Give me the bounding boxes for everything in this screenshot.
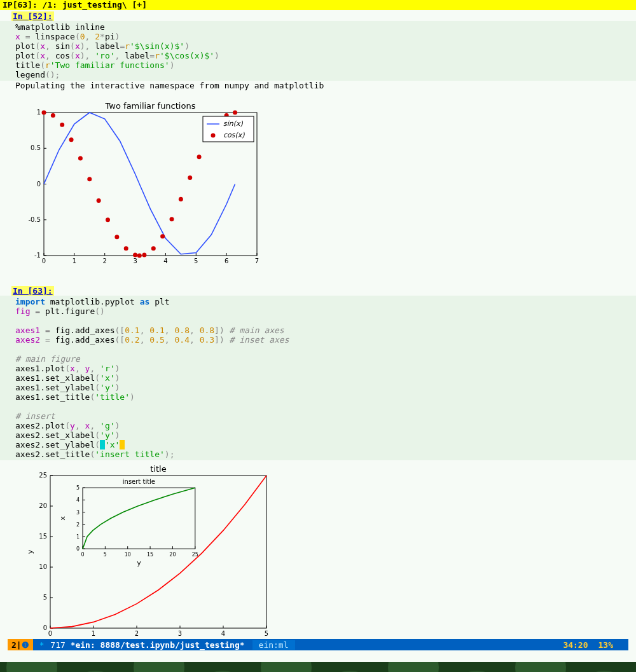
window-titlebar: IP[63]: /1: just_testing\ [+] <box>0 0 636 10</box>
cell-52-code[interactable]: %matplotlib inline x = linspace(0, 2*pi)… <box>0 21 636 81</box>
svg-text:0: 0 <box>37 181 41 188</box>
svg-point-50 <box>233 111 237 115</box>
cell-prompt-63: In [63]: <box>11 286 54 296</box>
svg-text:1: 1 <box>37 109 41 116</box>
svg-text:y: y <box>26 549 34 554</box>
statusbar-scroll-pct: 13% <box>595 640 617 650</box>
svg-text:3: 3 <box>133 257 137 264</box>
svg-text:0: 0 <box>81 552 84 558</box>
svg-text:-1: -1 <box>34 252 41 259</box>
svg-text:3: 3 <box>76 510 80 516</box>
svg-text:0: 0 <box>48 630 52 637</box>
svg-text:10: 10 <box>39 563 47 570</box>
svg-point-37 <box>124 246 128 250</box>
svg-text:5: 5 <box>43 594 47 601</box>
svg-text:5: 5 <box>104 552 107 558</box>
chart-two-familiar-functions: 01234567-1-0.500.51Two familiar function… <box>0 93 636 286</box>
statusbar: 2|❶ * 717 *ein: 8888/test.ipynb/just_tes… <box>8 639 628 650</box>
svg-text:25: 25 <box>192 552 198 558</box>
statusbar-buffer-name: *ein: 8888/test.ipynb/just_testing* <box>71 640 245 650</box>
svg-rect-84 <box>81 479 197 558</box>
svg-point-31 <box>69 137 74 142</box>
svg-text:title: title <box>150 464 166 474</box>
svg-text:cos(x): cos(x) <box>223 131 245 139</box>
svg-text:5: 5 <box>76 485 80 491</box>
statusbar-cursor-pos: 34:20 <box>556 640 594 650</box>
svg-point-41 <box>151 246 156 250</box>
svg-point-44 <box>179 197 183 202</box>
svg-text:6: 6 <box>225 257 228 264</box>
statusbar-indicator: 2|❶ <box>8 639 33 650</box>
svg-point-45 <box>188 175 192 180</box>
svg-point-39 <box>137 254 142 258</box>
svg-text:2: 2 <box>103 257 107 264</box>
svg-text:10: 10 <box>125 552 131 558</box>
svg-point-34 <box>97 198 101 203</box>
svg-text:5: 5 <box>265 630 268 637</box>
svg-text:insert title: insert title <box>123 478 155 485</box>
svg-point-46 <box>197 154 202 159</box>
svg-text:20: 20 <box>39 502 47 509</box>
svg-text:1: 1 <box>73 257 76 264</box>
cell-prompt-52: In [52]: <box>11 11 54 21</box>
svg-text:2: 2 <box>76 522 80 528</box>
svg-point-54 <box>211 134 216 138</box>
svg-text:0: 0 <box>76 546 80 552</box>
svg-text:4: 4 <box>221 630 225 637</box>
svg-text:1: 1 <box>76 534 80 540</box>
svg-point-38 <box>133 252 137 257</box>
svg-text:-0.5: -0.5 <box>28 216 41 223</box>
chart-title-with-inset: 0123450510152025titlexy0510152025012345i… <box>0 460 636 662</box>
svg-point-29 <box>51 113 55 118</box>
cell-63-code[interactable]: import matplotlib.pyplot as plt fig = pl… <box>0 296 636 460</box>
svg-text:x: x <box>59 516 67 520</box>
svg-point-35 <box>106 217 110 222</box>
svg-text:20: 20 <box>169 552 176 558</box>
svg-text:15: 15 <box>39 533 47 540</box>
svg-point-40 <box>142 252 146 257</box>
svg-text:4: 4 <box>76 497 80 503</box>
cell-52-output-text: Populating the interactive namespace fro… <box>0 81 636 93</box>
svg-text:4: 4 <box>163 257 167 264</box>
svg-text:0: 0 <box>43 624 47 631</box>
svg-text:Two familiar functions: Two familiar functions <box>105 101 196 111</box>
text-cursor <box>100 440 105 449</box>
svg-point-36 <box>114 235 119 239</box>
svg-text:1: 1 <box>92 630 95 637</box>
svg-point-30 <box>60 123 64 127</box>
svg-point-33 <box>87 177 92 181</box>
statusbar-mode: ein:ml <box>252 640 295 650</box>
svg-point-42 <box>160 234 165 238</box>
svg-text:2: 2 <box>135 630 139 637</box>
svg-point-28 <box>42 111 46 115</box>
svg-text:5: 5 <box>194 257 198 264</box>
svg-text:7: 7 <box>255 257 259 264</box>
svg-text:0.5: 0.5 <box>31 144 41 151</box>
svg-text:3: 3 <box>178 630 182 637</box>
svg-text:0: 0 <box>42 257 46 264</box>
svg-point-32 <box>78 156 83 161</box>
svg-text:sin(x): sin(x) <box>223 120 244 128</box>
svg-text:15: 15 <box>147 552 153 558</box>
svg-text:25: 25 <box>39 472 47 479</box>
svg-point-43 <box>170 217 174 221</box>
svg-text:y: y <box>137 559 141 567</box>
